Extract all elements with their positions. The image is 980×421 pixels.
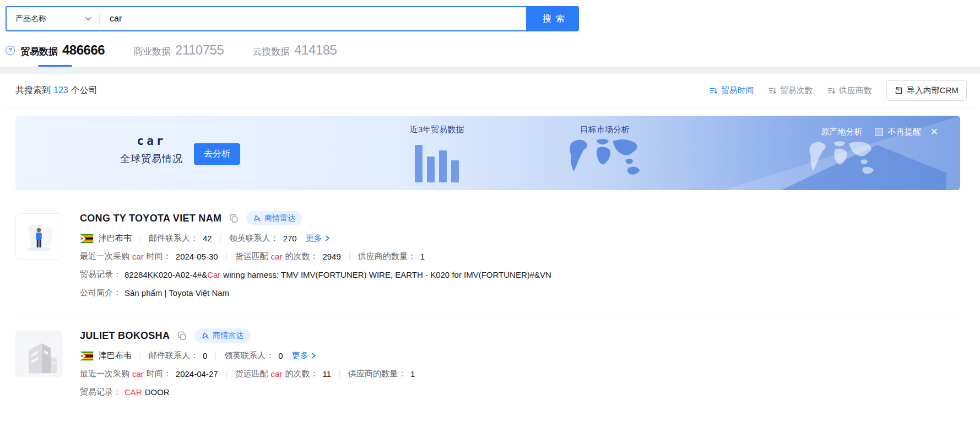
dismiss-label: 不再提醒	[888, 127, 921, 137]
purchase-row: 最近一次采购 car 时间： 2024-04-27 货运匹配 car 的次数： …	[80, 369, 965, 379]
company-intro-label: 公司简介：	[80, 288, 121, 298]
tab-count: 2110755	[175, 42, 224, 58]
keyword-highlight: car	[271, 252, 283, 261]
dismiss-checkbox[interactable]	[875, 128, 883, 136]
trade-record-row: 贸易记录： CAR DOOR	[80, 387, 965, 397]
keyword-highlight: car	[132, 369, 144, 379]
close-icon[interactable]: ✕	[930, 127, 938, 137]
trade-record-keyword: CAR	[124, 387, 142, 397]
search-button[interactable]: 搜索	[527, 6, 579, 31]
result-count-prefix: 共搜索到	[15, 85, 51, 95]
sort-icon	[710, 87, 718, 95]
more-link[interactable]: 更多	[306, 233, 331, 244]
world-map-icon	[805, 139, 878, 182]
bar-chart-icon	[396, 142, 478, 182]
tab-label: 商业数据	[133, 45, 171, 58]
help-icon[interactable]: ?	[6, 46, 15, 55]
keyword-highlight: car	[132, 252, 144, 261]
search-box: 产品名称	[6, 6, 527, 31]
search-category-value: 产品名称	[15, 14, 46, 24]
keyword-highlight: car	[271, 369, 283, 379]
copy-icon[interactable]	[229, 214, 239, 223]
tab-label: 云搜数据	[252, 45, 290, 58]
trade-record-label: 贸易记录：	[80, 269, 121, 280]
contact-row: 津巴布韦 邮件联系人： 0 领英联系人： 0 更多	[80, 350, 965, 361]
tab-trade-data[interactable]: ? 贸易数据 486666	[6, 42, 105, 58]
sort-trade-time[interactable]: 贸易时间	[710, 85, 754, 96]
last-purchase-date: 2024-05-30	[176, 252, 218, 261]
chevron-down-icon	[85, 15, 91, 22]
linkedin-contacts-value: 0	[278, 351, 283, 360]
copy-icon[interactable]	[177, 331, 187, 341]
sort-label: 贸易时间	[721, 85, 754, 96]
tab-count: 486666	[62, 42, 105, 58]
import-icon	[895, 87, 903, 95]
badge-label: 商情雷达	[213, 331, 243, 341]
world-map-icon	[565, 137, 645, 183]
analysis-promo-banner: car 全球贸易情况 去分析 近3年贸易数据 目标市场分析	[15, 116, 960, 190]
result-count-number: 123	[53, 85, 68, 95]
chevron-right-icon	[311, 353, 317, 359]
building-illustration	[17, 333, 61, 375]
company-name[interactable]: JULIET BOKOSHA	[80, 330, 170, 342]
last-purchase-date: 2024-04-27	[176, 369, 218, 379]
tab-business-data[interactable]: 商业数据 2110755	[133, 42, 224, 58]
trade-record-keyword: Car	[207, 270, 220, 279]
sort-icon	[827, 87, 836, 95]
result-count-suffix: 个公司	[71, 85, 98, 95]
company-country: 津巴布韦	[99, 350, 132, 361]
linkedin-contacts-label: 领英联系人：	[224, 350, 274, 361]
business-radar-badge[interactable]: 商情雷达	[246, 211, 302, 225]
company-card: CONG TY TOYOTA VIET NAM 商情雷达 津巴布韦	[15, 190, 965, 298]
sort-supplier-count[interactable]: 供应商数	[827, 85, 872, 96]
banner-keyword: car	[120, 134, 183, 148]
person-illustration	[17, 217, 61, 257]
trade-record-row: 贸易记录： 82284KK020-A02-4#& Car wiring harn…	[80, 269, 965, 280]
zimbabwe-flag-icon	[80, 351, 94, 361]
more-link[interactable]: 更多	[292, 350, 317, 361]
purchase-row: 最近一次采购 car 时间： 2024-05-30 货运匹配 car 的次数： …	[80, 251, 965, 262]
search-input[interactable]	[100, 14, 526, 24]
linkedin-contacts-label: 领英联系人：	[229, 233, 279, 244]
chevron-right-icon	[324, 235, 331, 241]
radar-icon	[253, 214, 261, 222]
company-intro-row: 公司简介： Sản phẩm | Toyota Việt Nam	[80, 288, 965, 298]
tab-cloud-search-data[interactable]: 云搜数据 414185	[252, 42, 337, 58]
email-contacts-label: 邮件联系人：	[149, 350, 198, 361]
import-crm-button[interactable]: 导入内部CRM	[886, 80, 967, 101]
match-count: 2949	[322, 252, 340, 261]
sort-icon	[768, 87, 777, 95]
business-radar-badge[interactable]: 商情雷达	[194, 328, 251, 343]
badge-label: 商情雷达	[264, 213, 295, 223]
company-list: CONG TY TOYOTA VIET NAM 商情雷达 津巴布韦	[4, 190, 976, 397]
banner-subtitle: 全球贸易情况	[120, 152, 183, 165]
sort-trade-count[interactable]: 贸易次数	[768, 85, 813, 96]
tab-count: 414185	[294, 42, 337, 58]
company-name[interactable]: CONG TY TOYOTA VIET NAM	[80, 213, 221, 224]
trade-record-text: DOOR	[145, 387, 170, 397]
email-contacts-value: 0	[203, 351, 207, 360]
trade-record-text: wiring harness: TMV IMV(FORTUNER) WIRE, …	[223, 270, 551, 279]
analyze-button[interactable]: 去分析	[194, 143, 240, 165]
match-count: 11	[322, 369, 331, 379]
company-country: 津巴布韦	[99, 233, 132, 244]
import-crm-label: 导入内部CRM	[907, 85, 959, 96]
company-thumbnail[interactable]	[15, 213, 62, 260]
trade-record-text: 82284KK020-A02-4#&	[124, 270, 207, 279]
company-thumbnail[interactable]	[15, 331, 62, 377]
page-background-strip	[0, 67, 980, 74]
zimbabwe-flag-icon	[80, 234, 94, 244]
contact-row: 津巴布韦 邮件联系人： 42 领英联系人： 270 更多	[80, 233, 965, 244]
radar-icon	[202, 332, 209, 339]
banner-market-title: 目标市场分析	[539, 125, 671, 135]
banner-trade-title: 近3年贸易数据	[396, 125, 478, 135]
data-source-tabs: ? 贸易数据 486666 商业数据 2110755 云搜数据 414185	[0, 31, 980, 67]
supplier-count: 1	[410, 369, 415, 379]
email-contacts-value: 42	[203, 234, 212, 243]
search-category-dropdown[interactable]: 产品名称	[7, 14, 99, 24]
results-card: 共搜索到123个公司 贸易时间 贸易次数 供应商数 导入内部CRM	[4, 74, 976, 408]
trade-record-label: 贸易记录：	[80, 387, 121, 397]
result-count-text: 共搜索到123个公司	[15, 85, 98, 96]
results-header: 共搜索到123个公司 贸易时间 贸易次数 供应商数 导入内部CRM	[4, 74, 976, 107]
company-card: JULIET BOKOSHA 商情雷达 津巴布韦 邮件联系人：	[15, 315, 965, 397]
